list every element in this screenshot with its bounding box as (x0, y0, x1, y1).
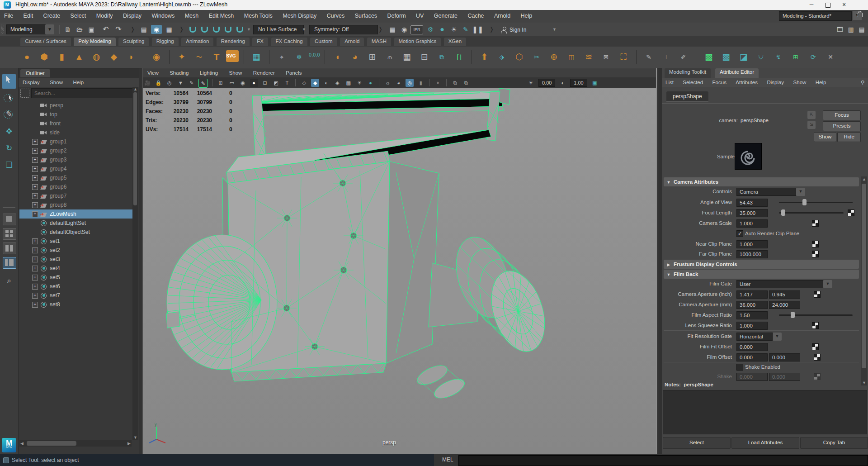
auto-render-clip-checkbox[interactable]: ✓ (736, 230, 743, 237)
angle-of-view-field[interactable]: 54.43 (736, 199, 768, 207)
expand-toggle[interactable] (32, 184, 38, 190)
lock-workspace-icon[interactable] (858, 13, 863, 17)
focus-prev-icon[interactable]: ⇱ (807, 111, 816, 119)
list-item-set1[interactable]: set1 (19, 237, 132, 246)
shelf-icon-cone[interactable]: ▲ (72, 50, 86, 64)
shelf-tab-rigging[interactable]: Rigging (152, 38, 179, 46)
expand-toggle[interactable] (32, 284, 38, 290)
attribute-editor-scrollbar[interactable]: ▲▼ (861, 176, 867, 385)
default-lighting-icon[interactable]: ☀ (355, 79, 363, 87)
filter-icon[interactable] (20, 89, 29, 98)
shelf-icon-uv-cut[interactable]: ↯ (772, 50, 785, 64)
select-hierarchy-icon[interactable]: ▤ (138, 25, 149, 34)
bookmark-icon[interactable]: ▼ (176, 79, 184, 87)
panel-menu-renderer[interactable]: Renderer (249, 69, 279, 76)
2d-pan-zoom-icon[interactable]: ✎ (198, 79, 208, 88)
show-button[interactable]: Show (814, 132, 836, 142)
sign-in-arrow[interactable]: ▼ (552, 25, 556, 34)
list-item-group6[interactable]: group6 (19, 182, 132, 191)
menu-help[interactable]: Help (517, 10, 537, 19)
ae-menu-display[interactable]: Display (763, 78, 788, 85)
menu-display[interactable]: Display (119, 10, 146, 19)
render-view-icon[interactable]: ▦ (387, 25, 398, 34)
fit-resolution-dropdown[interactable]: Horizontal (736, 333, 773, 341)
aperture-inch-x-field[interactable]: 1.417 (736, 290, 768, 299)
sign-in-button[interactable]: Sign In (501, 26, 526, 33)
move-tool[interactable]: ✥ (2, 125, 16, 139)
expand-toggle[interactable] (32, 275, 38, 281)
shelf-icon-uv-delete[interactable]: ✕ (824, 50, 837, 64)
shelf-icon-quad-draw[interactable]: ◫ (565, 50, 578, 64)
shelf-icon-uv-layout[interactable]: ▩ (719, 50, 733, 64)
near-clip-map-button[interactable] (812, 241, 819, 247)
viewport-canvas[interactable]: Verts:10564105640 Edges:30799307990 Face… (143, 88, 656, 454)
shadows-icon[interactable]: ▩ (344, 79, 353, 87)
menu-deform[interactable]: Deform (383, 10, 410, 19)
menu-curves[interactable]: Curves (323, 10, 349, 19)
snap-options-arrow[interactable]: ▼ (247, 25, 250, 34)
safe-title-icon[interactable]: T (283, 79, 291, 87)
node-tab-perspshape[interactable]: perspShape (666, 91, 708, 102)
tab-attribute-editor[interactable]: Attribute Editor (715, 68, 759, 78)
shelf-icon-separate[interactable]: ⫙ (383, 50, 396, 64)
angle-of-view-slider[interactable] (779, 199, 853, 206)
toggle-channel-box-icon[interactable]: ▤ (856, 25, 867, 34)
shelf-icon-platonic[interactable]: ◉ (150, 50, 163, 64)
select-camera-icon[interactable]: 🎥 (143, 79, 151, 87)
film-gate-dropdown-arrow[interactable]: ▼ (823, 280, 832, 288)
menu-create[interactable]: Create (39, 10, 65, 19)
film-fit-offset-field[interactable]: 0.000 (736, 343, 768, 351)
shelf-icon-annotate[interactable]: ✐ (677, 50, 690, 64)
list-item-group8[interactable]: group8 (19, 200, 132, 209)
layout-outliner-persp-button[interactable] (3, 257, 16, 269)
list-item-group3[interactable]: group3 (19, 155, 132, 164)
notes-textarea[interactable] (663, 390, 867, 434)
shelf-icon-bevel[interactable]: ⬗ (495, 50, 509, 64)
list-item-set8[interactable]: set8 (19, 300, 132, 309)
menu-mesh[interactable]: Mesh (181, 10, 203, 19)
shelf-icon-snap-together[interactable]: ✻ (292, 50, 306, 64)
rotate-tool[interactable]: ↻ (2, 142, 16, 156)
expand-toggle[interactable] (32, 247, 38, 253)
outliner-menu-help[interactable]: Help (69, 78, 88, 85)
list-item-defaultlightset[interactable]: defaultLightSet (19, 219, 132, 228)
maximize-button[interactable] (820, 0, 835, 10)
list-item-group1[interactable]: group1 (19, 137, 132, 146)
pane-layout-icon[interactable]: ⧉ (451, 79, 459, 87)
select-object-mode-icon[interactable]: ◉ (151, 25, 162, 34)
near-clip-field[interactable]: 1.000 (736, 240, 768, 248)
list-item-set3[interactable]: set3 (19, 255, 132, 264)
menu-generate[interactable]: Generate (430, 10, 462, 19)
menu-set-dropdown[interactable]: Modeling (6, 24, 49, 34)
shelf-icon-bridge[interactable]: ⬡ (512, 50, 526, 64)
section-camera-attributes[interactable]: ▼Camera Attributes (664, 177, 859, 186)
image-plane-icon[interactable]: ✎ (188, 79, 196, 87)
tab-modeling-toolkit[interactable]: Modeling Toolkit (665, 68, 711, 78)
menu-edit[interactable]: Edit (19, 10, 38, 19)
shelf-icon-svg-tool[interactable]: SVG (226, 50, 239, 62)
film-aspect-field[interactable]: 1.50 (736, 311, 768, 319)
panel-menu-shading[interactable]: Shading (165, 69, 193, 76)
shelf-tab-rendering[interactable]: Rendering (217, 38, 250, 46)
ae-menu-focus[interactable]: Focus (709, 78, 730, 85)
menu-windows[interactable]: Windows (148, 10, 179, 19)
shelf-tab-animation[interactable]: Animation (181, 38, 213, 46)
shelf-tab-motion-graphics[interactable]: Motion Graphics (394, 38, 441, 46)
symmetry-options-arrow[interactable]: ▼ (302, 25, 306, 34)
exposure-field[interactable]: 0.00 (538, 79, 555, 87)
shelf-icon-extrude[interactable]: ⬆ (478, 50, 491, 64)
shelf-tab-fx[interactable]: FX (252, 38, 268, 46)
film-aspect-slider[interactable] (779, 311, 853, 319)
aperture-mm-x-field[interactable]: 36.000 (736, 301, 768, 309)
menu-uv[interactable]: UV (412, 10, 428, 19)
shelf-icon-type-tool[interactable]: T (210, 50, 223, 64)
expand-toggle[interactable] (32, 175, 38, 181)
film-offset-y-field[interactable]: 0.000 (769, 353, 800, 361)
shelf-icon-duplicate[interactable]: ⧉ (435, 50, 448, 64)
shelf-icon-torus[interactable]: ◍ (90, 50, 103, 64)
view-transform-icon[interactable]: ▣ (590, 79, 599, 87)
focal-length-map-button[interactable] (848, 209, 854, 216)
snap-point-icon[interactable] (211, 25, 222, 34)
shelf-icon-sphere[interactable]: ● (20, 50, 33, 64)
isolate-select-icon[interactable]: ▮ (417, 79, 425, 87)
